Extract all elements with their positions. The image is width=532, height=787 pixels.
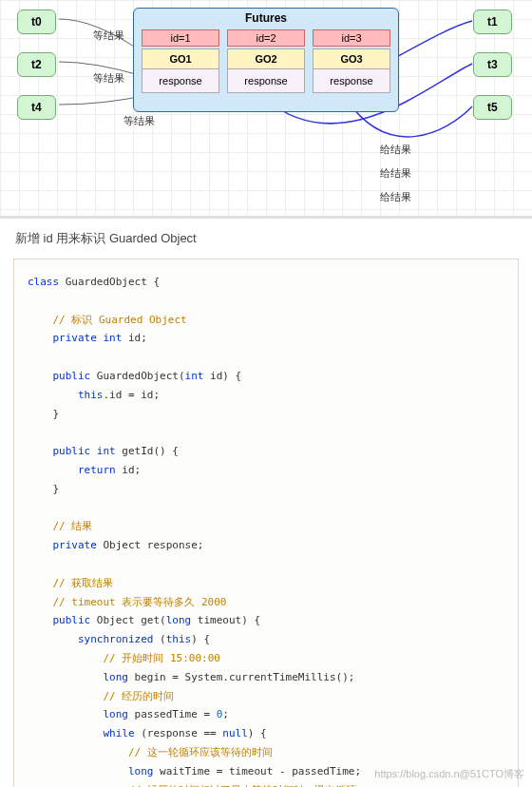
- future-col: id=2 GO2response: [227, 29, 305, 93]
- thread-node: t3: [473, 52, 512, 77]
- future-col: id=3 GO3response: [313, 29, 390, 93]
- wait-label: 等结果: [93, 29, 124, 43]
- resp-cell: response: [228, 69, 304, 92]
- thread-node: t2: [17, 52, 56, 77]
- thread-node: t4: [17, 95, 56, 120]
- futures-title: Futures: [134, 9, 398, 28]
- give-label: 给结果: [380, 166, 411, 181]
- id-cell: id=2: [227, 29, 305, 47]
- future-col: id=1 GO1response: [142, 29, 219, 93]
- id-cell: id=1: [142, 29, 219, 47]
- give-label: 给结果: [380, 190, 411, 204]
- futures-diagram: t0 t2 t4 t1 t3 t5 等结果 等结果 等结果 给结果 给结果 给结…: [0, 0, 532, 219]
- thread-node: t5: [473, 95, 512, 120]
- give-label: 给结果: [380, 143, 411, 157]
- thread-node: t1: [473, 10, 512, 34]
- wait-label: 等结果: [124, 114, 155, 128]
- resp-cell: response: [142, 69, 218, 92]
- caption-text: 新增 id 用来标识 Guarded Object: [0, 219, 532, 259]
- wait-label: 等结果: [93, 71, 124, 86]
- id-cell: id=3: [313, 29, 390, 47]
- watermark: https://blog.csdn.n@51CTO博客: [374, 767, 524, 781]
- code-block: class GuardedObject { // 标识 Guarded Obje…: [13, 259, 519, 787]
- futures-container: Futures id=1 GO1response id=2 GO2respons…: [133, 8, 399, 112]
- resp-cell: response: [314, 69, 390, 92]
- go-cell: GO2: [228, 49, 304, 69]
- go-cell: GO3: [314, 49, 390, 69]
- thread-node: t0: [17, 10, 56, 34]
- go-cell: GO1: [142, 49, 218, 69]
